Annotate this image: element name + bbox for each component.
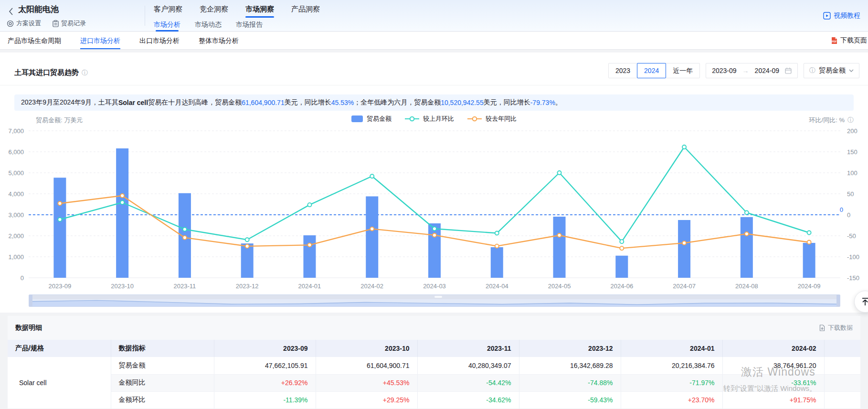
point-2024-05[interactable] [558,233,561,237]
point-2023-10[interactable] [120,194,124,198]
svg-text:-150: -150 [847,274,859,282]
svg-text:5,000: 5,000 [8,169,24,177]
metric-cell: 贸易金额 [111,357,214,374]
point-2024-02[interactable] [370,174,374,178]
market-subtab-2[interactable]: 市场报告 [236,17,263,31]
top-tab-2[interactable]: 市场洞察 [245,0,274,18]
date-range-picker[interactable]: 2023-09 → 2024-09 [706,63,798,78]
target-icon [7,20,14,27]
bar-2023-10[interactable] [116,148,128,278]
download-data-label: 下载数据 [828,324,853,332]
svg-text:2024-07: 2024-07 [673,283,696,290]
point-2023-10[interactable] [120,200,124,204]
page-title: 太阳能电池 [18,4,59,15]
point-2024-04[interactable] [495,231,499,235]
datazoom-handle-right[interactable] [836,295,840,306]
svg-text:2024-08: 2024-08 [735,283,758,290]
period-button-2024[interactable]: 2024 [637,63,666,78]
data-table: 产品/规格数据指标2023-092023-102023-112023-12202… [8,340,860,409]
svg-text:7,000: 7,000 [8,127,24,135]
download-data-link[interactable]: 下载数据 [819,324,853,332]
table-header-bar: 数据明细 下载数据 [8,316,860,340]
trend-card: 土耳其进口贸易趋势 ⓘ 20232024近一年 2023-09 → 2024-0… [0,52,868,313]
top-tab-3[interactable]: 产品洞察 [291,0,320,18]
chevron-down-icon [849,69,854,72]
chart-controls: 20232024近一年 2023-09 → 2024-09 ⓘ 贸易金额 [608,63,859,78]
point-2024-09[interactable] [807,241,811,244]
bar-2024-09[interactable] [803,243,815,278]
col-header-4: 2023-11 [417,340,519,357]
video-tutorial-link[interactable]: 视频教程 [823,11,860,20]
point-2023-09[interactable] [58,218,62,221]
datazoom-slider[interactable] [29,294,840,307]
back-button[interactable] [8,7,14,16]
point-2024-01[interactable] [307,243,311,247]
arrow-to-top-icon [860,296,868,307]
bar-2024-07[interactable] [678,220,690,278]
date-start: 2023-09 [712,67,736,74]
info-icon[interactable]: ⓘ [82,69,88,77]
bar-2023-12[interactable] [241,243,254,278]
value-cell-2023-11: -54.42% [417,374,519,391]
bar-2024-04[interactable] [491,247,503,278]
point-2023-12[interactable] [245,238,249,241]
point-2024-03[interactable] [433,227,436,231]
col-header-7: 2024-02 [722,340,824,357]
point-2024-06[interactable] [620,246,624,250]
divider [0,85,868,85]
point-2024-05[interactable] [558,171,561,175]
top-tab-1[interactable]: 竞企洞察 [200,0,228,18]
point-2024-03[interactable] [433,233,436,237]
svg-text:2,000: 2,000 [8,232,24,240]
download-icon [819,325,826,331]
filler-cell [824,357,860,374]
bar-2024-06[interactable] [615,256,628,278]
datazoom-handle-left[interactable] [29,295,32,306]
datazoom-grip[interactable] [434,296,442,298]
table-row-贸易金额: Solar cell贸易金额47,662,105.9161,604,900.71… [8,357,860,374]
bar-2023-09[interactable] [53,178,66,278]
svg-text:2023-10: 2023-10 [111,283,134,290]
analysis-tab-0[interactable]: 产品市场生命周期 [8,32,61,49]
svg-text:2024-04: 2024-04 [486,283,508,290]
market-subtab-0[interactable]: 市场分析 [154,17,180,31]
value-cell-2024-01: -71.97% [621,374,722,391]
point-2023-11[interactable] [183,227,187,231]
period-button-2023[interactable]: 2023 [608,63,637,78]
market-subtab-1[interactable]: 市场动态 [195,17,222,31]
period-button-近一年[interactable]: 近一年 [666,63,700,78]
point-2024-04[interactable] [495,244,499,248]
point-2024-08[interactable] [745,211,749,215]
point-2023-09[interactable] [58,201,62,205]
point-2023-11[interactable] [183,236,187,240]
section-title: 土耳其进口贸易趋势 [14,68,79,77]
video-tutorial-label: 视频教程 [834,11,860,20]
col-header-5: 2023-12 [519,340,621,357]
top-header: 太阳能电池 方案设置 贸易记录 客户洞察竞企洞察市场洞察产品洞察 市场分析市场动… [0,0,868,31]
top-tab-0[interactable]: 客户洞察 [154,0,182,18]
point-2023-12[interactable] [245,244,249,248]
point-2024-07[interactable] [682,241,686,245]
point-2024-01[interactable] [307,203,311,207]
metric-select[interactable]: ⓘ 贸易金额 [804,63,859,78]
point-2024-06[interactable] [620,240,624,243]
bar-2024-02[interactable] [366,196,378,278]
analysis-tab-1[interactable]: 进口市场分析 [80,32,120,49]
trade-records-link[interactable]: 贸易记录 [53,19,86,28]
bar-2024-01[interactable] [303,235,316,278]
table-row-金额同比: 金额同比+26.92%+45.53%-54.42%-74.88%-71.97%-… [8,374,860,391]
bar-2024-05[interactable] [553,217,566,278]
point-2024-08[interactable] [745,232,749,236]
point-2024-07[interactable] [682,145,686,149]
point-2024-02[interactable] [370,227,374,231]
scheme-settings-link[interactable]: 方案设置 [7,19,41,28]
bar-2024-08[interactable] [741,217,753,278]
analysis-tab-3[interactable]: 整体市场分析 [199,32,239,49]
svg-text:50: 50 [847,190,854,198]
download-page-link[interactable]: PDF 下载页面 [831,32,867,49]
bar-2024-03[interactable] [428,223,441,278]
svg-text:PDF: PDF [832,40,836,43]
analysis-tab-2[interactable]: 出口市场分析 [139,32,180,49]
point-2024-09[interactable] [807,231,811,234]
value-cell-2023-11: -34.62% [417,391,519,409]
